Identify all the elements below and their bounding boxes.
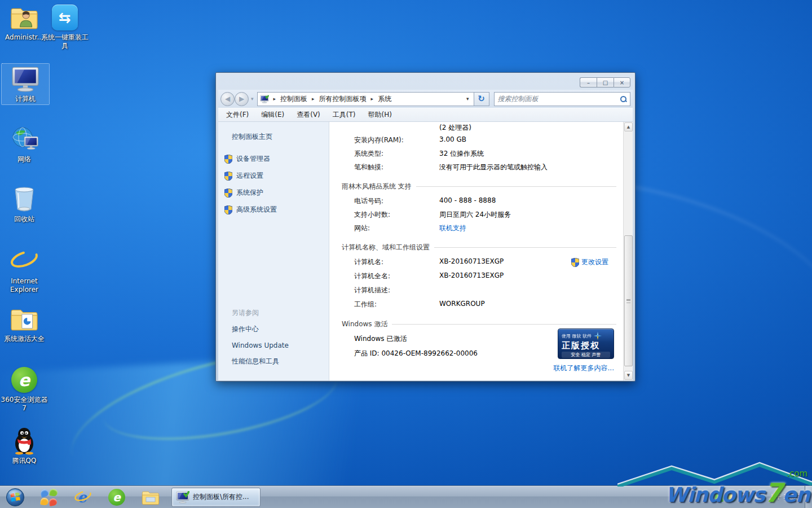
desktop-icon-reinstall-tool[interactable]: ⇆ 系统一键重装工具 [41, 3, 89, 50]
change-settings-link[interactable]: 更改设置 [581, 257, 608, 267]
menu-view[interactable]: 查看(V) [297, 110, 320, 120]
search-icon[interactable] [620, 96, 626, 102]
refresh-button[interactable]: ↻ [474, 92, 489, 106]
desktop-icon-recycle-bin[interactable]: 回收站 [0, 185, 48, 224]
tray-update-icon[interactable] [715, 493, 723, 502]
taskbar-active-window-button[interactable]: 控制面板\所有控... [171, 488, 261, 507]
minimize-button[interactable]: – [580, 77, 597, 87]
info-label: 网站: [354, 224, 439, 233]
desktop-icon-qq[interactable]: 腾讯QQ [0, 427, 48, 465]
desktop: Administr... ⇆ 系统一键重装工具 计算机 网络 [0, 0, 812, 508]
badge-line2: 正版授权 [562, 340, 610, 352]
desktop-icon-label: 腾讯QQ [12, 457, 37, 465]
back-button[interactable]: ◀ [220, 92, 235, 106]
change-settings[interactable]: 更改设置 [571, 257, 608, 267]
learn-more-online-link[interactable]: 联机了解更多内容... [554, 364, 614, 373]
close-button[interactable]: × [614, 77, 630, 87]
menu-help[interactable]: 帮助(H) [368, 110, 392, 120]
section-rule [416, 186, 616, 187]
menu-edit[interactable]: 编辑(E) [261, 110, 284, 120]
section-title: Windows 激活 [342, 319, 387, 329]
sidebar-item-action-center[interactable]: 操作中心 [232, 325, 329, 334]
info-row-workgroup: 工作组: WORKGROUP [329, 300, 623, 314]
navigation-toolbar: ◀ ▶ ▾ ▸ 控制面板 ▸ 所有控制面板项 ▸ 系统 ▾ ↻ 搜索控制面板 [218, 90, 633, 108]
recycle-bin-icon [10, 185, 39, 213]
section-title: 计算机名称、域和工作组设置 [342, 243, 430, 252]
sidebar-item-windows-update[interactable]: Windows Update [232, 341, 329, 349]
search-placeholder: 搜索控制面板 [498, 94, 620, 104]
360-browser-icon: e [10, 366, 39, 394]
desktop-icon-computer[interactable]: 计算机 [1, 63, 50, 105]
info-value: 32 位操作系统 [439, 149, 489, 159]
computer-name-section-header: 计算机名称、域和工作组设置 [329, 243, 623, 252]
recent-pages-chevron-icon[interactable]: ▾ [251, 96, 254, 102]
vertical-scrollbar[interactable]: ▲ ▼ [623, 122, 633, 380]
360-browser-icon: e [108, 489, 125, 506]
desktop-icon-activation-collection[interactable]: 系统激活大全 [0, 305, 48, 343]
windows-activation-section: Windows 激活 Windows 已激活 产品 ID: 00426-OEM-… [329, 319, 623, 362]
desktop-icon-internet-explorer[interactable]: e Internet Explorer [0, 247, 48, 294]
taskbar-app-explorer[interactable] [141, 488, 160, 507]
control-panel-sidebar: 控制面板主页 设备管理器 远程设置 系统保护 高级系统设置 [218, 122, 329, 380]
start-button[interactable] [6, 488, 25, 507]
info-row-computer-name: 计算机名: XB-20160713EXGP 更改设置 [329, 257, 623, 271]
breadcrumb-computer-icon [260, 95, 269, 103]
tray-shield-check-icon[interactable] [728, 493, 736, 502]
sidebar-item-advanced-settings[interactable]: 高级系统设置 [224, 205, 329, 214]
show-desktop-button[interactable] [805, 486, 812, 508]
scrollbar-thumb[interactable] [624, 235, 633, 366]
internet-explorer-icon: e [10, 247, 39, 275]
search-box[interactable]: 搜索控制面板 [494, 92, 630, 106]
address-dropdown-icon[interactable]: ▾ [464, 96, 471, 102]
taskbar-app-four-color[interactable] [39, 488, 59, 507]
crumb-separator-icon: ▸ [369, 96, 376, 102]
sidebar-item-system-protection[interactable]: 系统保护 [224, 188, 329, 198]
watermark-roof-icon [617, 461, 812, 487]
info-value: 没有可用于此显示器的笔或触控输入 [439, 163, 553, 172]
tray-volume-icon[interactable] [741, 493, 749, 502]
taskbar-app-internet-explorer[interactable]: e [73, 488, 92, 507]
support-section-header: 雨林木风精品系统 支持 [329, 182, 623, 191]
info-value: WORKGROUP [439, 300, 491, 308]
control-panel-task-icon [176, 491, 189, 503]
info-label: 计算机全名: [354, 271, 439, 281]
system-window: – □ × ◀ ▶ ▾ ▸ 控制面板 ▸ 所有控制面板项 ▸ 系统 ▾ ↻ 搜索… [215, 72, 636, 382]
breadcrumb-all-items[interactable]: 所有控制面板项 [319, 94, 367, 104]
internet-explorer-icon: e [74, 489, 92, 506]
desktop-icon-360-browser[interactable]: e 360安全浏览器7 [0, 366, 48, 413]
uac-shield-icon [224, 189, 232, 198]
sidebar-item-label: 设备管理器 [236, 154, 270, 164]
tray-network-icon[interactable] [754, 493, 762, 502]
sidebar-item-remote-settings[interactable]: 远程设置 [224, 171, 329, 181]
address-bar[interactable]: ▸ 控制面板 ▸ 所有控制面板项 ▸ 系统 ▾ [257, 92, 474, 106]
desktop-icon-label: 系统一键重装工具 [41, 33, 89, 50]
maximize-button[interactable]: □ [597, 77, 614, 87]
sidebar-item-home[interactable]: 控制面板主页 [232, 132, 329, 142]
genuine-software-badge[interactable]: 使用 微软 软件 正版授权 安全 稳定 声誉 [558, 329, 614, 359]
sidebar-item-performance-tools[interactable]: 性能信息和工具 [232, 357, 329, 366]
scroll-down-arrow-icon[interactable]: ▼ [624, 371, 633, 380]
menu-tools[interactable]: 工具(T) [333, 110, 356, 120]
desktop-icon-network[interactable]: 网络 [0, 125, 48, 164]
breadcrumb-system[interactable]: 系统 [378, 94, 391, 104]
online-support-link[interactable]: 联机支持 [439, 224, 466, 233]
forward-button[interactable]: ▶ [235, 92, 249, 106]
info-label: 安装内存(RAM): [354, 135, 439, 145]
taskbar-clock[interactable]: 上午 11:17 [767, 493, 803, 501]
info-row-hours: 支持小时数: 周日至周六 24小时服务 [329, 210, 623, 224]
breadcrumb-control-panel[interactable]: 控制面板 [280, 94, 307, 104]
sidebar-item-label: 系统保护 [236, 188, 263, 198]
taskbar-app-360-browser[interactable]: e [107, 488, 126, 507]
window-titlebar[interactable]: – □ × [218, 75, 633, 90]
menu-file[interactable]: 文件(F) [226, 110, 249, 120]
info-label: 工作组: [354, 300, 439, 309]
uac-shield-icon [224, 155, 232, 164]
crumb-separator-icon: ▸ [271, 96, 279, 102]
sidebar-item-device-manager[interactable]: 设备管理器 [224, 154, 329, 164]
uac-shield-icon [571, 258, 579, 267]
info-label: 笔和触摸: [354, 163, 439, 172]
scroll-up-arrow-icon[interactable]: ▲ [624, 122, 633, 132]
info-label: 计算机描述: [354, 286, 439, 295]
desktop-icon-label: 360安全浏览器7 [1, 396, 48, 413]
activation-section-header: Windows 激活 [329, 319, 623, 329]
